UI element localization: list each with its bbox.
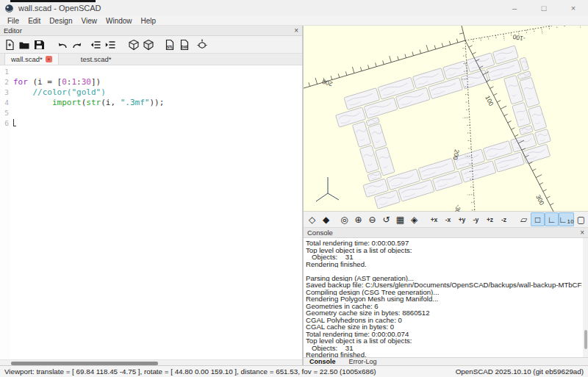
indent-icon[interactable] [103,37,118,52]
console-line: Objects: 31 [306,345,582,352]
console-line: CGAL cache size in bytes: 0 [306,323,582,331]
console-line [306,268,582,275]
preview-icon[interactable] [126,37,141,52]
render-button[interactable]: ◆ [319,212,333,226]
window-title: wall.scad - OpenSCAD [18,4,101,12]
redo-icon[interactable] [70,37,85,52]
menu-bar: FileEditDesignViewWindowHelp [0,16,588,26]
tab-error-log[interactable]: Error-Log [349,358,377,365]
line-number-gutter: 123456 [0,65,10,359]
code-line [13,108,302,118]
tab-console[interactable]: Console [309,358,336,365]
maximize-button[interactable]: □ [529,0,559,16]
undo-icon[interactable] [55,37,70,52]
perspective-button[interactable]: ▱ [517,212,531,226]
console-output[interactable]: Total rendering time: 0:00:00.597Top lev… [304,238,588,357]
status-bar: Viewport: translate = [ 69.84 118.45 -4.… [0,365,588,377]
zoom-in-button[interactable]: ⊕ [351,212,365,226]
menu-design[interactable]: Design [45,17,76,25]
console-line: Rendering finished. [306,261,582,268]
code-text[interactable]: for (i = [0:1:30]) //color("gold") impor… [10,65,302,359]
code-editor[interactable]: 123456 for (i = [0:1:30]) //color("gold"… [0,65,302,359]
zoom-all-button[interactable]: ◎ [337,212,351,226]
editor-tab-bar: wall.scad*×test.scad* [0,54,302,65]
menu-edit[interactable]: Edit [24,17,45,25]
print-3d-icon[interactable] [195,37,209,52]
new-file-icon[interactable] [2,37,17,52]
reset-view-button[interactable]: ↺ [379,212,393,226]
console-vertical-scrollbar[interactable] [583,238,588,357]
code-line: for (i = [0:1:30]) [13,77,302,87]
open-icon[interactable] [17,37,32,52]
view-left-button[interactable]: -x [441,212,455,226]
editor-tab-wallscad[interactable]: wall.scad*× [4,53,59,65]
menu-window[interactable]: Window [101,17,137,25]
console-close-icon[interactable]: × [580,229,584,237]
zoom-out-button[interactable]: ⊖ [365,212,379,226]
diagonal-view-button[interactable]: ◈ [407,212,421,226]
console-line: Objects: 31 [306,254,582,261]
code-line: //color("gold") [13,87,302,98]
export-dxf-icon[interactable]: DXF [177,37,192,52]
svg-text:DXF: DXF [182,46,188,49]
view-bottom-button[interactable]: -z [497,212,511,226]
console-panel-header: Console × [304,228,588,238]
axis-scale-label: 300 [534,193,545,206]
line-number: 6 [0,118,9,129]
tab-label: test.scad* [81,55,112,63]
title-bar[interactable]: wall.scad - OpenSCAD – □ × [0,0,588,16]
export-stl-icon[interactable]: STL [162,37,177,52]
editor-panel-title: Editor [4,26,22,35]
tab-label: wall.scad* [11,55,43,63]
minimize-button[interactable]: – [500,0,529,16]
axis-scale-label: 200 [452,149,461,161]
axis-scale-label: 100 [484,94,495,107]
tab-close-icon[interactable]: × [46,56,52,62]
console-line: Total rendering time: 0:00:00.597 [306,240,582,247]
show-axes-button[interactable]: ∟ [545,212,559,226]
render-icon[interactable] [141,37,156,52]
orthographic-button[interactable]: □ [531,212,545,226]
version-text: OpenSCAD 2025.10.10 (git eb59629ad) [456,367,584,376]
menu-help[interactable]: Help [137,17,161,25]
orientation-axes-icon [316,177,339,201]
scrollbar-thumb[interactable] [584,330,587,349]
view-gimbal-button[interactable]: ▢ [574,212,588,226]
scrollbar-thumb[interactable] [11,362,158,365]
code-line [13,118,302,129]
code-line [13,67,302,77]
code-line: import(str(i, ".3mf")); [13,98,302,108]
save-icon[interactable] [32,37,46,52]
editor-tab-testscad[interactable]: test.scad* [75,54,118,65]
view-right-button[interactable]: +x [427,212,441,226]
viewport-3d[interactable]: 200100300-100200-300 [304,26,588,212]
console-line: Rendering Polygon Mesh using Manifold... [306,295,582,303]
editor-close-icon[interactable]: × [294,27,298,35]
console-line: Compiling design (CSG Tree generation)..… [306,289,582,296]
editor-horizontal-scrollbar[interactable] [0,359,302,365]
console-line: Total rendering time: 0:00:00.074 [306,331,582,338]
app-icon [4,4,14,13]
menu-file[interactable]: File [3,17,24,25]
preview-button[interactable]: ◇ [305,212,319,226]
line-number: 4 [0,98,9,108]
line-number: 5 [0,108,9,118]
view-back-button[interactable]: +y [455,212,469,226]
line-number: 3 [0,87,9,98]
wall-model [331,43,556,212]
text-cursor [13,119,16,126]
svg-text:STL: STL [167,46,173,49]
menu-view[interactable]: View [77,17,102,25]
line-number: 2 [0,77,9,87]
view-all-button[interactable]: ▦ [393,212,407,226]
view-top-button[interactable]: +z [483,212,497,226]
view-front-button[interactable]: -y [469,212,483,226]
console-line: CGAL Polyhedrons in cache: 0 [306,317,582,324]
viewport-status-text: Viewport: translate = [ 69.84 118.45 -4.… [4,367,376,376]
console-line: Geometry cache size in bytes: 8860512 [306,309,582,317]
close-button[interactable]: × [559,0,588,16]
top-edge-artifact [10,0,96,2]
editor-panel-header: Editor × [0,26,302,36]
show-scale-markers-button[interactable]: ∟₁₀ [559,212,574,226]
unindent-icon[interactable] [88,37,103,52]
